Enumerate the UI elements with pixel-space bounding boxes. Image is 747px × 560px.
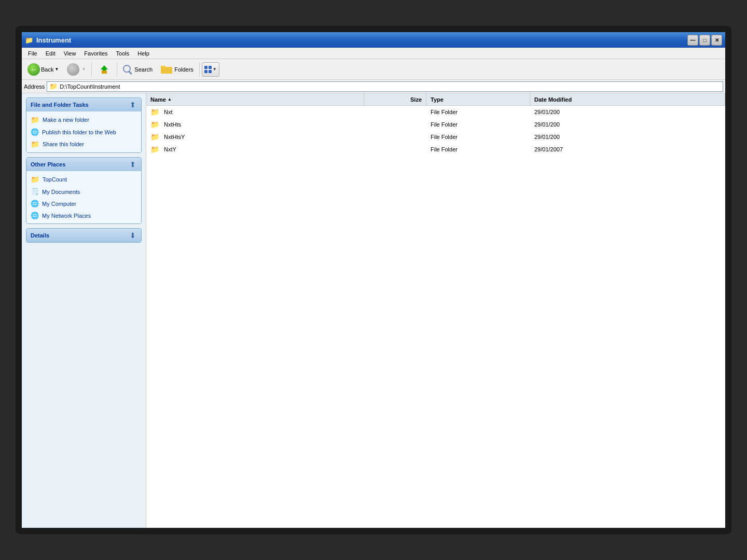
menu-file[interactable]: File [24,49,42,58]
file-name-0: Nxt [146,107,364,117]
folders-button[interactable]: Folders [157,61,197,78]
folder-icon-1 [150,120,161,129]
task-label-3: Share this folder [43,141,84,147]
file-name-2: NxtHtsY [146,132,364,142]
menu-favorites[interactable]: Favorites [80,49,112,58]
menu-view[interactable]: View [60,49,80,58]
details-title: Details [31,232,49,239]
file-name-3: NxtY [146,144,364,155]
file-row-1[interactable]: NxtHts File Folder 29/01/200 [146,118,725,131]
details-panel: Details ⬇ [26,228,142,243]
col-header-date[interactable]: Date Modified [530,93,725,105]
file-name-1: NxtHts [146,119,364,130]
col-header-size[interactable]: Size [364,93,426,105]
search-icon [123,65,132,74]
views-dropdown-icon[interactable]: ▼ [213,67,217,72]
other-places-header[interactable]: Other Places ⬆ [26,158,141,171]
task-share-folder[interactable]: Share this folder [31,140,137,148]
other-places-my-documents[interactable]: My Documents [31,188,137,195]
file-date-3: 29/01/2007 [530,145,725,153]
toolbar-sep-2 [117,62,117,77]
window-title: Instrument [36,36,71,44]
svg-rect-3 [161,67,172,74]
task-make-new-folder[interactable]: Make a new folder [31,116,137,124]
col-type-label: Type [431,96,444,103]
col-header-name[interactable]: Name ▲ [146,93,364,105]
col-date-label: Date Modified [534,96,572,103]
col-size-label: Size [410,96,422,103]
task-publish-web[interactable]: Publish this folder to the Web [31,128,137,136]
other-places-topcount-label: TopCount [43,176,67,183]
other-places-computer-icon [31,200,39,207]
folder-icon-3 [150,145,161,153]
file-size-0 [364,111,426,113]
col-name-label: Name [150,96,166,103]
file-folder-tasks-panel: File and Folder Tasks ⬆ Make a new folde… [26,97,142,153]
search-label: Search [134,66,153,73]
other-places-my-documents-label: My Documents [42,189,80,195]
file-name-label-1: NxtHts [164,121,181,128]
views-icon [204,66,212,73]
file-date-2: 29/01/200 [530,133,725,141]
minimize-button[interactable]: — [687,35,698,46]
up-button[interactable] [94,61,115,78]
folder-icon-0 [150,108,161,116]
other-places-my-computer[interactable]: My Computer [31,200,137,207]
other-places-topcount[interactable]: TopCount [31,175,137,184]
col-header-type[interactable]: Type [426,93,530,105]
maximize-button[interactable]: □ [699,35,710,46]
task-label-2: Publish this folder to the Web [42,129,116,135]
up-icon [98,63,111,76]
window-icon: 📁 [25,36,33,44]
address-bar: Address 📁 D:\TopCount\Instrument [22,80,725,93]
file-list-header: Name ▲ Size Type Date Modified [146,93,725,106]
monitor-bezel: 📁 Instrument — □ ✕ File Edit View Favori… [16,26,731,534]
file-folder-tasks-header[interactable]: File and Folder Tasks ⬆ [26,98,141,111]
menu-help[interactable]: Help [133,49,154,58]
file-folder-tasks-content: Make a new folder Publish this folder to… [26,111,141,152]
sort-asc-icon: ▲ [168,97,172,102]
address-label: Address [24,83,45,90]
forward-button[interactable]: → ▼ [63,61,89,78]
other-places-doc-icon [31,188,39,195]
back-button[interactable]: ← Back ▼ [24,61,62,78]
other-places-content: TopCount My Documents My Computer M [26,171,141,223]
details-header[interactable]: Details ⬇ [26,229,141,242]
file-folder-tasks-title: File and Folder Tasks [31,102,89,108]
forward-dropdown-icon[interactable]: ▼ [81,67,86,72]
other-places-my-computer-label: My Computer [42,201,76,207]
file-name-label-3: NxtY [164,146,176,152]
close-button[interactable]: ✕ [711,35,722,46]
file-list-body: Nxt File Folder 29/01/200 NxtHts File Fo… [146,106,725,528]
toolbar-sep-1 [91,62,92,77]
right-panel: Name ▲ Size Type Date Modified [146,93,725,528]
file-size-3 [364,148,426,150]
other-places-network-icon [31,212,39,219]
file-type-3: File Folder [426,145,530,153]
task-web-icon [31,128,39,136]
other-places-collapse-icon[interactable]: ⬆ [129,160,137,169]
search-button[interactable]: Search [119,61,156,78]
menu-edit[interactable]: Edit [42,49,60,58]
other-places-title: Other Places [31,161,65,167]
other-places-my-network[interactable]: My Network Places [31,212,137,219]
file-row-0[interactable]: Nxt File Folder 29/01/200 [146,106,725,118]
toolbar-sep-3 [199,62,200,77]
menu-tools[interactable]: Tools [112,49,134,58]
other-places-my-network-label: My Network Places [42,213,91,219]
file-row-3[interactable]: NxtY File Folder 29/01/2007 [146,143,725,156]
file-folder-tasks-collapse-icon[interactable]: ⬆ [129,101,137,109]
address-path-box[interactable]: 📁 D:\TopCount\Instrument [47,81,723,92]
back-dropdown-icon[interactable]: ▼ [54,67,59,72]
task-folder-icon-1 [31,116,39,124]
forward-icon: → [67,63,79,76]
details-collapse-icon[interactable]: ⬇ [129,231,137,240]
other-places-panel: Other Places ⬆ TopCount My Documents [26,157,142,224]
task-folder-icon-2 [31,140,39,148]
file-row-2[interactable]: NxtHtsY File Folder 29/01/200 [146,131,725,143]
views-button[interactable]: ▼ [202,62,219,77]
title-bar-controls: — □ ✕ [687,35,722,46]
svg-rect-0 [102,71,107,74]
toolbar: ← Back ▼ → ▼ [22,59,725,80]
file-name-label-0: Nxt [164,109,173,115]
